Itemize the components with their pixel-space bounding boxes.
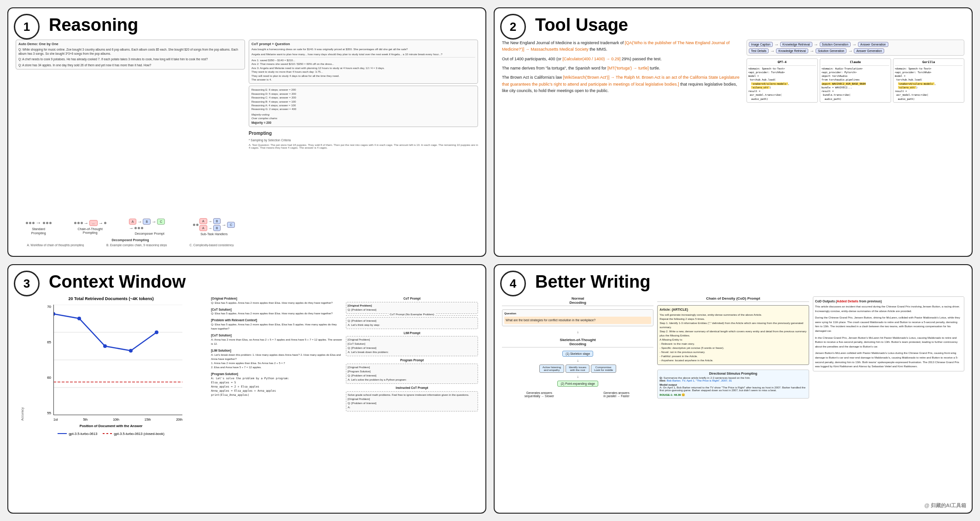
reasoning-counts: Reasoning E: 6 steps; answer = 200 Reaso… [251,88,475,111]
prob-context-text: Q: Elsa has 5 apples. Anna has 2 more ap… [211,323,343,331]
rouge-score: ROUGE-1: 48.39 😊 [659,393,806,396]
pipeline-box: Image Caption → Knowledge Retrieval → So… [747,40,964,56]
prog-sol-title: [Program Solution] [211,372,343,376]
context-col2: CoT Prompt [Original Problem] Q: [Proble… [346,296,478,504]
footer-c: C. Complexity-based consistency [189,243,233,247]
standard-prompting-label: StandardPrompting [31,227,46,235]
solution-gen-node-2: Solution Generation [816,48,846,53]
pipeline-row-1: Image Caption → Knowledge Retrieval → So… [749,42,962,47]
x-axis-ticks: 1st 5th 10th 15th 20th [53,417,182,421]
instructed-cot-label: Instructed CoT Prompt [346,386,478,390]
normal-question-text: What are the best strategies for conflic… [504,317,651,324]
sampling-note: * Sampling by Selection Criteria [249,139,478,142]
subtask-label: Sub-Task Handlers [200,232,228,236]
prog-sol-text: A: Let's solve the problem by a Python p… [211,376,343,397]
pipe-arrow-5: → [810,48,814,53]
hint-text: Bob Barker, TV, April 1, "The Price is R… [667,379,732,382]
pipe-arrow-3: → [852,42,857,47]
chart-title: 20 Total Retrieved Documents (~4K tokens… [69,296,154,301]
card-number-4: 4 [500,271,526,296]
test-question-note: A. Test Question: The pet store had 18 p… [249,144,478,149]
answer-gen-node-2: Answer Generation [854,48,884,53]
tool-para-2: Out of 1400 participants, 400 (or [Calcu… [502,56,742,62]
answer-gen-node-1: Answer Generation [858,42,888,47]
majority-voting: Majority-votingOver complex chains [251,113,475,121]
program-prompt-box: [Original Problem] [Program Solution] Q:… [346,364,478,384]
cot-solution2: [CoT Solution] A: Anna has 2 more than E… [211,333,343,346]
x-tick-5th: 5th [83,418,88,421]
legend-dashed-line [103,433,112,434]
ltm-prompt-box: [Original Problem] [CoT Solution] Q: [Pr… [346,336,478,356]
parallel-label: Generates answersin parallel → Faster [579,391,654,398]
skel-arrow-1: ↓ [577,359,579,363]
cod-para-4: Jensen Button's McLaren collided with Pa… [815,351,962,369]
y-tick-70: 70 [47,305,51,309]
y-axis-labels: 70 65 60 55 [40,305,52,415]
no-exemplar-divider: CoT Prompt (No Exemplar Problem) [346,315,478,316]
ltm-prompt-text: [Original Problem] [CoT Solution] Q: [Pr… [348,338,476,354]
tool-para-1: The New England Journal of Medicine is a… [502,40,742,53]
card-tool-usage: 2 Tool Usage The New England Journal of … [494,7,973,257]
orig-prob-title: [Original Problem] [211,296,343,301]
legend-gpt-dashed: gpt-3.5-turbo-0613 (closed-book) [103,432,164,436]
footer-a: A. Workflow of chain of thoughts prompti… [27,243,84,247]
knowledge-retrieval-node-1: Knowledge Retrieval [780,42,812,47]
y-tick-55: 55 [47,411,51,415]
card-title-better-writing: Better Writing [535,272,964,292]
context-problems: [Original Problem] Q: Elsa has 5 apples.… [211,296,478,504]
x-tick-10th: 10th [113,418,119,421]
question-label: Question [504,312,651,316]
ltm-prompt-label: LtM Prompt [346,331,478,336]
cod-output-box: CoD Outputs (Added Details from previous… [813,296,964,371]
card-content-reasoning: Auto Demo: One by One Q: While shopping … [16,40,478,247]
card-title-tool-usage: Tool Usage [535,16,964,35]
skeleton-stage-2: (2) Point-expanding stage [557,381,598,387]
sequential-label: Generates answerssequentially → Slower [502,391,577,398]
cod-output-title: CoD Outputs (Added Details from previous… [815,299,962,304]
card-title-reasoning: Reasoning [49,16,478,35]
y-tick-65: 65 [47,340,51,344]
skeleton-diagram: (1) Skeleton stage ↓ Active listeningand… [502,351,653,387]
card-content-context: 20 Total Retrieved Documents (~4K tokens… [16,296,478,504]
card-content-tool-usage: The New England Journal of Medicine is a… [502,40,964,247]
cod-para-1: This article discusses an incident that … [815,305,962,313]
program-prompt-label: Program Prompt [346,358,478,363]
chart-legend: gpt-3.5-turbo-0613 gpt-3.5-turbo-0613 (c… [58,432,164,436]
skel-row-1: (1) Skeleton stage [562,351,593,357]
cod-para-3: In the Chinese Grand Prix, Jensen Button… [815,336,962,349]
x-tick-20th: 20th [176,418,182,421]
density-prompt-box: Article: {ARTICLE} You will generate inc… [657,305,809,365]
speed-comparison: Generates answerssequentially → Slower G… [502,391,653,398]
decomposed-prompting-label: Decomposed Prompting [16,238,245,242]
reasoning-left: Auto Demo: One by One Q: While shopping … [16,40,245,247]
cot-orig-text: Q: [Problem of Interest] [348,308,476,312]
cot-prompt-box: CoT prompt + Question Asia bought a home… [249,40,478,84]
legend-gpt-label: gpt-3.5-turbo-0613 [69,432,97,436]
program-prompt-text: [Original Problem] [Program Solution] Q:… [348,365,476,382]
knowledge-retrieval-node-2: Knowledge Retrieval [776,48,808,53]
question-3: Q: A store has 34 apples. In one day the… [18,63,242,67]
prompting-label: Prompting [249,131,478,136]
cot-prompting-block: → ... → Chain-of-ThoughtPrompting [74,220,106,235]
svg-point-10 [155,330,158,334]
card-title-context-window: Context Window [49,272,478,292]
cot-sol2-text: A: Anna has 2 more than Elsa, so Anna ha… [211,338,343,346]
card-number-1: 1 [14,14,40,40]
x-tick-1st: 1st [53,418,58,421]
density-instruction: You will generate increasingly concise, … [659,313,806,363]
y-axis-label: Accuracy [21,407,24,421]
card-reasoning: 1 Reasoning Auto Demo: One by One Q: Whi… [7,7,486,257]
no-exemplar-label: CoT Prompt (No Exemplar Problem) [388,313,436,317]
qa-highlight-1: [QA('Who is the publisher of The New Eng… [502,41,729,52]
reasoning-right: CoT prompt + Question Asia bought a home… [249,40,478,247]
compromise-box: Compromise:Look for middle [591,365,616,373]
directional-stimulus-box: Directional Stimulus Prompting Q: Summar… [657,370,809,399]
cot-prompt-answer2: Ans 1: saved $350 – $140 = $210... Ans 2… [251,57,475,81]
pipe-arrow-6: → [848,48,852,53]
writing-col-normal: NormalDecoding Question What are the bes… [502,296,653,504]
claude-code: <domain: Audio-Translation> <api_provide… [822,67,889,101]
identify-issues-box: Identify issueswith the root [566,365,589,373]
card-content-writing: NormalDecoding Question What are the bes… [502,296,964,504]
legend-solid-line [58,433,67,434]
cot-sol-title: [CoT Solution] [211,307,343,312]
